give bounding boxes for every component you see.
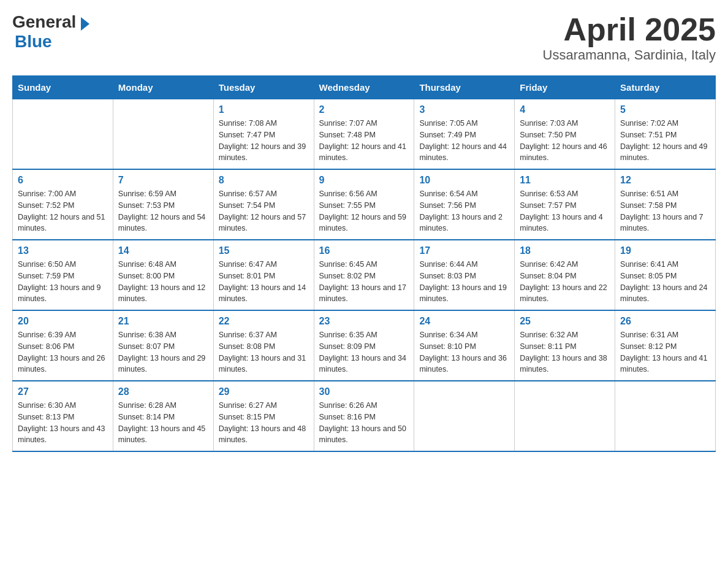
calendar-day-cell: 19Sunrise: 6:41 AMSunset: 8:05 PMDayligh… [615,240,716,310]
day-number: 16 [319,245,409,256]
day-number: 1 [219,104,309,115]
calendar-day-cell: 14Sunrise: 6:48 AMSunset: 8:00 PMDayligh… [113,240,213,310]
calendar-day-cell: 16Sunrise: 6:45 AMSunset: 8:02 PMDayligh… [314,240,414,310]
calendar-table: SundayMondayTuesdayWednesdayThursdayFrid… [12,75,716,452]
day-number: 28 [118,386,208,397]
day-number: 21 [118,316,208,327]
calendar-day-cell: 1Sunrise: 7:08 AMSunset: 7:47 PMDaylight… [213,99,314,170]
day-number: 29 [219,386,309,397]
calendar-day-cell: 22Sunrise: 6:37 AMSunset: 8:08 PMDayligh… [213,310,314,381]
day-info: Sunrise: 6:44 AMSunset: 8:03 PMDaylight:… [419,259,509,305]
day-info: Sunrise: 7:02 AMSunset: 7:51 PMDaylight:… [620,118,710,164]
day-info: Sunrise: 6:59 AMSunset: 7:53 PMDaylight:… [118,188,208,234]
calendar-day-cell: 12Sunrise: 6:51 AMSunset: 7:58 PMDayligh… [615,169,716,240]
day-number: 2 [319,104,409,115]
day-info: Sunrise: 6:57 AMSunset: 7:54 PMDaylight:… [219,188,309,234]
calendar-day-cell: 17Sunrise: 6:44 AMSunset: 8:03 PMDayligh… [414,240,515,310]
logo-blue: Blue [15,32,52,51]
day-info: Sunrise: 6:54 AMSunset: 7:56 PMDaylight:… [419,188,509,234]
calendar-day-cell: 13Sunrise: 6:50 AMSunset: 7:59 PMDayligh… [13,240,113,310]
calendar-day-cell [615,381,716,451]
calendar-weekday-header: Tuesday [213,76,314,99]
calendar-week-row: 1Sunrise: 7:08 AMSunset: 7:47 PMDaylight… [13,99,716,170]
day-info: Sunrise: 7:08 AMSunset: 7:47 PMDaylight:… [219,118,309,164]
calendar-day-cell: 27Sunrise: 6:30 AMSunset: 8:13 PMDayligh… [13,381,113,451]
day-number: 24 [419,316,509,327]
calendar-day-cell: 3Sunrise: 7:05 AMSunset: 7:49 PMDaylight… [414,99,515,170]
calendar-week-row: 20Sunrise: 6:39 AMSunset: 8:06 PMDayligh… [13,310,716,381]
day-number: 23 [319,316,409,327]
calendar-week-row: 27Sunrise: 6:30 AMSunset: 8:13 PMDayligh… [13,381,716,451]
calendar-day-cell: 2Sunrise: 7:07 AMSunset: 7:48 PMDaylight… [314,99,414,170]
day-info: Sunrise: 7:05 AMSunset: 7:49 PMDaylight:… [419,118,509,164]
day-number: 7 [118,175,208,186]
calendar-weekday-header: Wednesday [314,76,414,99]
day-info: Sunrise: 6:39 AMSunset: 8:06 PMDaylight:… [18,329,108,375]
calendar-day-cell: 20Sunrise: 6:39 AMSunset: 8:06 PMDayligh… [13,310,113,381]
day-number: 17 [419,245,509,256]
day-info: Sunrise: 6:48 AMSunset: 8:00 PMDaylight:… [118,259,208,305]
calendar-day-cell: 25Sunrise: 6:32 AMSunset: 8:11 PMDayligh… [515,310,615,381]
day-info: Sunrise: 6:41 AMSunset: 8:05 PMDaylight:… [620,259,710,305]
day-number: 25 [520,316,610,327]
day-number: 20 [18,316,108,327]
day-info: Sunrise: 6:34 AMSunset: 8:10 PMDaylight:… [419,329,509,375]
day-number: 8 [219,175,309,186]
calendar-day-cell [515,381,615,451]
day-number: 6 [18,175,108,186]
calendar-day-cell: 15Sunrise: 6:47 AMSunset: 8:01 PMDayligh… [213,240,314,310]
day-info: Sunrise: 6:51 AMSunset: 7:58 PMDaylight:… [620,188,710,234]
calendar-day-cell [113,99,213,170]
day-number: 11 [520,175,610,186]
day-number: 18 [520,245,610,256]
calendar-day-cell: 5Sunrise: 7:02 AMSunset: 7:51 PMDaylight… [615,99,716,170]
day-number: 3 [419,104,509,115]
day-info: Sunrise: 6:27 AMSunset: 8:15 PMDaylight:… [219,400,309,446]
day-info: Sunrise: 6:37 AMSunset: 8:08 PMDaylight:… [219,329,309,375]
calendar-location: Ussaramanna, Sardinia, Italy [543,47,716,63]
calendar-day-cell: 29Sunrise: 6:27 AMSunset: 8:15 PMDayligh… [213,381,314,451]
page-header: General Blue April 2025 Ussaramanna, Sar… [12,12,716,63]
calendar-day-cell: 9Sunrise: 6:56 AMSunset: 7:55 PMDaylight… [314,169,414,240]
day-number: 26 [620,316,710,327]
calendar-weekday-header: Friday [515,76,615,99]
day-number: 5 [620,104,710,115]
calendar-week-row: 13Sunrise: 6:50 AMSunset: 7:59 PMDayligh… [13,240,716,310]
calendar-weekday-header: Sunday [13,76,113,99]
calendar-day-cell: 28Sunrise: 6:28 AMSunset: 8:14 PMDayligh… [113,381,213,451]
calendar-day-cell: 18Sunrise: 6:42 AMSunset: 8:04 PMDayligh… [515,240,615,310]
calendar-header-row: SundayMondayTuesdayWednesdayThursdayFrid… [13,76,716,99]
logo-general: General [12,12,76,31]
day-info: Sunrise: 6:42 AMSunset: 8:04 PMDaylight:… [520,259,610,305]
calendar-day-cell: 24Sunrise: 6:34 AMSunset: 8:10 PMDayligh… [414,310,515,381]
day-info: Sunrise: 6:31 AMSunset: 8:12 PMDaylight:… [620,329,710,375]
day-number: 10 [419,175,509,186]
day-info: Sunrise: 6:28 AMSunset: 8:14 PMDaylight:… [118,400,208,446]
calendar-day-cell: 26Sunrise: 6:31 AMSunset: 8:12 PMDayligh… [615,310,716,381]
logo-wordmark: General Blue [12,12,89,52]
logo-arrow-icon [81,17,89,31]
calendar-week-row: 6Sunrise: 7:00 AMSunset: 7:52 PMDaylight… [13,169,716,240]
calendar-day-cell: 10Sunrise: 6:54 AMSunset: 7:56 PMDayligh… [414,169,515,240]
calendar-day-cell: 4Sunrise: 7:03 AMSunset: 7:50 PMDaylight… [515,99,615,170]
calendar-day-cell: 30Sunrise: 6:26 AMSunset: 8:16 PMDayligh… [314,381,414,451]
day-info: Sunrise: 6:45 AMSunset: 8:02 PMDaylight:… [319,259,409,305]
calendar-day-cell: 6Sunrise: 7:00 AMSunset: 7:52 PMDaylight… [13,169,113,240]
day-info: Sunrise: 6:50 AMSunset: 7:59 PMDaylight:… [18,259,108,305]
calendar-weekday-header: Monday [113,76,213,99]
calendar-day-cell: 8Sunrise: 6:57 AMSunset: 7:54 PMDaylight… [213,169,314,240]
day-info: Sunrise: 6:56 AMSunset: 7:55 PMDaylight:… [319,188,409,234]
day-number: 9 [319,175,409,186]
title-block: April 2025 Ussaramanna, Sardinia, Italy [543,12,716,63]
calendar-day-cell: 11Sunrise: 6:53 AMSunset: 7:57 PMDayligh… [515,169,615,240]
day-number: 13 [18,245,108,256]
day-info: Sunrise: 6:35 AMSunset: 8:09 PMDaylight:… [319,329,409,375]
day-info: Sunrise: 6:47 AMSunset: 8:01 PMDaylight:… [219,259,309,305]
day-number: 27 [18,386,108,397]
calendar-weekday-header: Thursday [414,76,515,99]
calendar-day-cell: 23Sunrise: 6:35 AMSunset: 8:09 PMDayligh… [314,310,414,381]
day-info: Sunrise: 6:26 AMSunset: 8:16 PMDaylight:… [319,400,409,446]
day-info: Sunrise: 7:00 AMSunset: 7:52 PMDaylight:… [18,188,108,234]
day-number: 15 [219,245,309,256]
day-number: 14 [118,245,208,256]
